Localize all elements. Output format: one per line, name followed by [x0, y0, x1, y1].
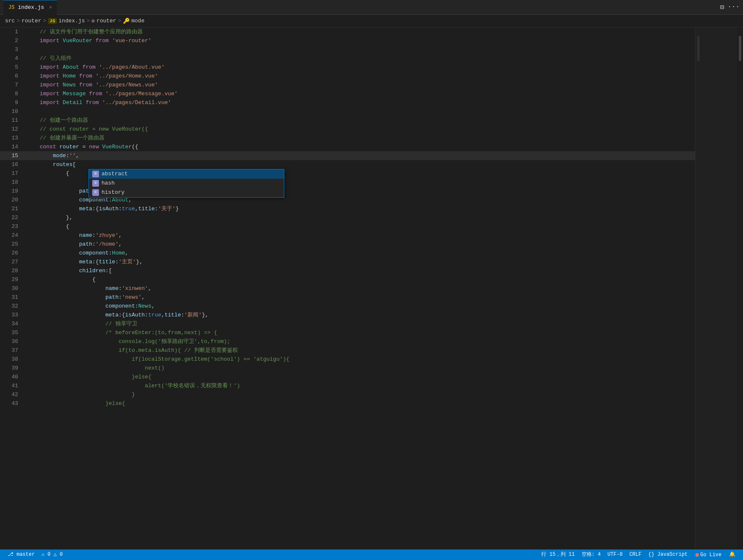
- line-num-27: 27: [0, 257, 23, 266]
- split-editor-icon[interactable]: ⊟: [720, 3, 724, 11]
- line-num-8: 8: [0, 89, 23, 98]
- code-line-13: // 创建并暴露一个路由器: [23, 134, 695, 142]
- breadcrumb: src > router > JS index.js > ⊙ router > …: [0, 15, 743, 27]
- line-num-25: 25: [0, 240, 23, 249]
- autocomplete-icon-abstract: ≡: [92, 171, 99, 177]
- line-num-17: 17: [0, 169, 23, 178]
- code-line-41: alert('学校名错误，无权限查看！'): [23, 381, 695, 390]
- code-line-21: meta:{isAuth:true,title:'关于'}: [23, 204, 695, 213]
- line-num-41: 41: [0, 381, 23, 390]
- code-line-43: }else{: [23, 399, 695, 408]
- js-file-icon: JS: [8, 5, 14, 11]
- code-line-40: }else{: [23, 372, 695, 381]
- live-status-dot: [695, 553, 699, 557]
- code-line-7: import News from '../pages/News.vue': [23, 80, 695, 89]
- autocomplete-icon-history: ≡: [92, 189, 99, 196]
- go-live-button[interactable]: Go Live: [691, 552, 726, 558]
- status-bar: ⎇ master ⚠ 0 △ 0 行 15，列 11 空格: 4 UTF-8 C…: [0, 549, 743, 560]
- line-num-13: 13: [0, 134, 23, 142]
- line-num-11: 11: [0, 116, 23, 125]
- code-line-14: const router = new VueRouter({: [23, 142, 695, 151]
- breadcrumb-filename[interactable]: index.js: [59, 18, 85, 24]
- line-num-3: 3: [0, 45, 23, 54]
- status-position[interactable]: 行 15，列 11: [538, 549, 578, 560]
- title-bar: JS index.js × ⊟ ···: [0, 0, 743, 15]
- line-num-19: 19: [0, 187, 23, 196]
- more-actions-icon[interactable]: ···: [727, 3, 740, 11]
- line-num-18: 18: [0, 178, 23, 187]
- code-line-25: path:'/home',: [23, 240, 695, 249]
- notifications-icon[interactable]: 🔔: [726, 549, 739, 560]
- scrollbar-thumb[interactable]: [739, 36, 741, 61]
- code-line-23: {: [23, 222, 695, 231]
- code-line-10: [23, 107, 695, 116]
- line-num-23: 23: [0, 222, 23, 231]
- line-num-42: 42: [0, 390, 23, 399]
- vertical-scrollbar[interactable]: [737, 27, 743, 549]
- breadcrumb-sep4: >: [118, 18, 121, 24]
- autocomplete-item-abstract[interactable]: ≡ abstract: [89, 169, 284, 179]
- code-line-30: name:'xinwen',: [23, 284, 695, 293]
- line-num-20: 20: [0, 196, 23, 204]
- breadcrumb-sep1: >: [16, 18, 20, 24]
- code-line-22: },: [23, 213, 695, 222]
- status-branch[interactable]: ⎇ master: [4, 549, 38, 560]
- tab-filename: index.js: [18, 4, 44, 11]
- editor-tab[interactable]: JS index.js ×: [3, 0, 57, 15]
- line-num-6: 6: [0, 72, 23, 80]
- code-line-35: /* beforeEnter:(to,from,next) => {: [23, 328, 695, 337]
- line-num-30: 30: [0, 284, 23, 293]
- code-line-42: }: [23, 390, 695, 399]
- autocomplete-item-hash[interactable]: ≡ hash: [89, 179, 284, 188]
- line-num-26: 26: [0, 249, 23, 257]
- editor-main: 1 2 3 4 5 6 7 8 9 10 11 12 13 14 15 16 1…: [0, 27, 743, 549]
- line-num-36: 36: [0, 337, 23, 346]
- code-line-38: if(localStorage.getItem('school') == 'at…: [23, 355, 695, 364]
- breadcrumb-sep3: >: [86, 18, 90, 24]
- breadcrumb-src[interactable]: src: [5, 18, 15, 24]
- code-line-37: if(to.meta.isAuth){ // 判断是否需要鉴权: [23, 346, 695, 355]
- line-num-35: 35: [0, 328, 23, 337]
- status-indent[interactable]: 空格: 4: [578, 549, 604, 560]
- line-num-16: 16: [0, 160, 23, 169]
- line-num-14: 14: [0, 142, 23, 151]
- code-line-6: import Home from '../pages/Home.vue': [23, 72, 695, 80]
- autocomplete-label-abstract: abstract: [102, 169, 128, 179]
- code-line-33: meta:{isAuth:true,title:'新闻'},: [23, 311, 695, 319]
- autocomplete-item-history[interactable]: ≡ history: [89, 188, 284, 197]
- status-line-ending[interactable]: CRLF: [626, 549, 645, 560]
- code-line-32: component:News,: [23, 302, 695, 311]
- breadcrumb-router2[interactable]: router: [96, 18, 116, 24]
- status-language[interactable]: {} JavaScript: [645, 549, 691, 560]
- minimap: [695, 27, 737, 549]
- line-num-43: 43: [0, 399, 23, 408]
- line-num-29: 29: [0, 275, 23, 284]
- code-line-31: path:'news',: [23, 293, 695, 302]
- line-num-32: 32: [0, 302, 23, 311]
- code-line-4: // 引入组件: [23, 54, 695, 63]
- code-line-39: next(): [23, 364, 695, 372]
- line-num-1: 1: [0, 27, 23, 36]
- line-num-12: 12: [0, 125, 23, 134]
- status-right-section: 行 15，列 11 空格: 4 UTF-8 CRLF {} JavaScript…: [538, 549, 739, 560]
- line-num-37: 37: [0, 346, 23, 355]
- line-num-38: 38: [0, 355, 23, 364]
- code-line-15: mode:'',: [23, 151, 695, 160]
- breadcrumb-router1[interactable]: router: [21, 18, 41, 24]
- breadcrumb-mode-icon: 🔑: [123, 18, 130, 24]
- line-num-34: 34: [0, 319, 23, 328]
- code-editor[interactable]: // 该文件专门用于创建整个应用的路由器 import VueRouter fr…: [23, 27, 695, 549]
- line-numbers: 1 2 3 4 5 6 7 8 9 10 11 12 13 14 15 16 1…: [0, 27, 23, 549]
- tab-close-button[interactable]: ×: [49, 5, 52, 10]
- status-encoding[interactable]: UTF-8: [604, 549, 626, 560]
- go-live-label: Go Live: [700, 552, 722, 558]
- brace-icon: {}: [648, 552, 654, 557]
- autocomplete-dropdown[interactable]: ≡ abstract ≡ hash ≡ history: [88, 169, 284, 198]
- code-line-34: // 独享守卫: [23, 319, 695, 328]
- minimap-thumb[interactable]: [697, 36, 700, 61]
- line-num-21: 21: [0, 204, 23, 213]
- code-line-11: // 创建一个路由器: [23, 116, 695, 125]
- status-errors[interactable]: ⚠ 0 △ 0: [38, 549, 66, 560]
- line-num-9: 9: [0, 98, 23, 107]
- line-num-33: 33: [0, 311, 23, 319]
